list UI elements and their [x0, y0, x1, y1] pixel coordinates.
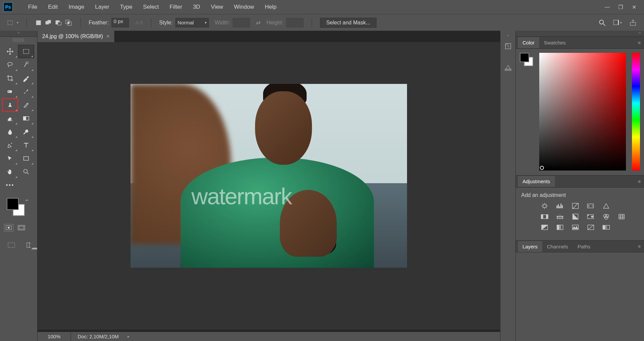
- hue-saturation-icon[interactable]: [540, 213, 549, 220]
- color-panel-swatch[interactable]: [520, 53, 533, 66]
- menu-edit[interactable]: Edit: [43, 1, 63, 13]
- subtract-selection-icon[interactable]: [55, 19, 62, 26]
- close-tab-icon[interactable]: ×: [106, 33, 109, 39]
- menu-filter[interactable]: Filter: [164, 1, 188, 13]
- properties-panel-icon[interactable]: [502, 60, 514, 75]
- intersect-selection-icon[interactable]: [65, 19, 72, 26]
- feather-label: Feather:: [89, 20, 109, 26]
- posterize-icon[interactable]: [555, 224, 565, 231]
- tab-adjustments[interactable]: Adjustments: [518, 176, 555, 187]
- new-selection-icon[interactable]: [35, 19, 42, 26]
- invert-icon[interactable]: [540, 224, 549, 231]
- selective-color-icon[interactable]: [586, 224, 595, 231]
- menu-image[interactable]: Image: [63, 1, 90, 13]
- gradient-map-icon[interactable]: [601, 224, 611, 231]
- share-icon[interactable]: [629, 18, 637, 27]
- canvas-viewport[interactable]: watermark: [37, 42, 500, 330]
- svg-rect-59: [557, 225, 559, 230]
- svg-rect-22: [23, 117, 26, 120]
- edit-toolbar[interactable]: •••: [2, 179, 18, 192]
- collapse-tools-icon[interactable]: ‹‹: [0, 31, 37, 37]
- color-field[interactable]: [539, 53, 626, 170]
- path-selection-tool[interactable]: [2, 152, 18, 165]
- panel-menu-icon[interactable]: ≡: [638, 179, 641, 184]
- hue-slider[interactable]: [632, 53, 640, 170]
- menu-view[interactable]: View: [206, 1, 229, 13]
- foreground-color[interactable]: [7, 198, 19, 210]
- color-panel: Color Swatches ≡: [516, 37, 644, 176]
- zoom-tool[interactable]: [18, 165, 34, 179]
- close-button[interactable]: ✕: [627, 2, 641, 12]
- minimize-button[interactable]: —: [600, 2, 614, 12]
- quick-mask-mode-icon[interactable]: [17, 224, 26, 231]
- history-brush-tool[interactable]: [18, 98, 34, 112]
- photo-filter-icon[interactable]: [586, 213, 595, 220]
- rectangular-marquee-tool[interactable]: [18, 45, 34, 58]
- lasso-tool[interactable]: [2, 58, 18, 72]
- crop-tool[interactable]: [2, 72, 18, 85]
- healing-brush-tool[interactable]: [2, 85, 18, 98]
- panel-grip[interactable]: [13, 38, 24, 42]
- swap-colors-icon[interactable]: ⤺: [25, 198, 29, 203]
- type-tool[interactable]: [18, 138, 34, 152]
- menu-help[interactable]: Help: [259, 1, 282, 13]
- menu-select[interactable]: Select: [138, 1, 164, 13]
- tool-preset-picker[interactable]: ▾: [7, 20, 18, 26]
- curves-icon[interactable]: [571, 202, 580, 210]
- menu-layer[interactable]: Layer: [90, 1, 115, 13]
- width-label: Width:: [215, 20, 230, 26]
- history-panel-icon[interactable]: [502, 39, 514, 53]
- tab-color[interactable]: Color: [518, 37, 539, 48]
- quick-selection-tool[interactable]: [18, 58, 34, 72]
- black-white-icon[interactable]: [571, 213, 580, 220]
- brush-tool[interactable]: [18, 85, 34, 98]
- tab-paths[interactable]: Paths: [573, 241, 595, 252]
- panel-menu-icon[interactable]: ≡: [638, 244, 641, 249]
- rectangle-tool[interactable]: [18, 152, 34, 165]
- levels-icon[interactable]: [555, 202, 565, 210]
- menu-3d[interactable]: 3D: [187, 1, 206, 13]
- blur-tool[interactable]: [2, 125, 18, 138]
- gradient-tool[interactable]: [18, 112, 34, 125]
- hand-tool[interactable]: [2, 165, 18, 179]
- feather-input[interactable]: 0 px: [111, 18, 129, 27]
- vibrance-icon[interactable]: [601, 202, 611, 210]
- menu-file[interactable]: File: [23, 1, 43, 13]
- document-info[interactable]: Doc: 2,10M/2,10M: [71, 334, 126, 339]
- tab-layers[interactable]: Layers: [518, 241, 542, 252]
- menu-type[interactable]: Type: [114, 1, 138, 13]
- add-selection-icon[interactable]: [45, 19, 52, 26]
- eraser-tool[interactable]: [2, 112, 18, 125]
- tab-channels[interactable]: Channels: [542, 241, 573, 252]
- document-tab[interactable]: 24.jpg @ 100% (RGB/8#) ×: [37, 31, 114, 42]
- svg-rect-31: [19, 226, 24, 229]
- color-balance-icon[interactable]: [555, 213, 565, 220]
- exposure-icon[interactable]: [586, 202, 595, 210]
- select-and-mask-button[interactable]: Select and Mask...: [320, 18, 377, 28]
- channel-mixer-icon[interactable]: [601, 213, 611, 220]
- panel-menu-icon[interactable]: ≡: [638, 40, 641, 45]
- menu-window[interactable]: Window: [229, 1, 259, 13]
- color-lookup-icon[interactable]: [617, 213, 626, 220]
- collapse-panels-icon[interactable]: ››: [516, 31, 644, 37]
- image-canvas[interactable]: watermark: [131, 84, 407, 268]
- tab-swatches[interactable]: Swatches: [539, 37, 570, 48]
- search-icon[interactable]: [598, 18, 607, 27]
- move-tool[interactable]: [2, 45, 18, 58]
- brightness-contrast-icon[interactable]: [540, 202, 549, 210]
- workspace-switcher[interactable]: ▾: [613, 18, 622, 27]
- dodge-tool[interactable]: [18, 125, 34, 138]
- foreground-background-swatch[interactable]: ⤺: [7, 198, 27, 218]
- screen-mode-icon[interactable]: [6, 241, 16, 249]
- info-flyout-icon[interactable]: ▸: [128, 334, 130, 339]
- expand-dock-icon[interactable]: ‹‹: [507, 33, 509, 39]
- pen-tool[interactable]: [2, 138, 18, 152]
- clone-stamp-tool[interactable]: [2, 98, 18, 112]
- change-screen-mode-icon[interactable]: [26, 241, 37, 249]
- eyedropper-tool[interactable]: [18, 72, 34, 85]
- threshold-icon[interactable]: [571, 224, 580, 231]
- style-select[interactable]: Normal▾: [175, 18, 209, 27]
- standard-mode-icon[interactable]: [4, 224, 13, 231]
- maximize-button[interactable]: ❐: [614, 2, 627, 12]
- zoom-level[interactable]: 100%: [37, 332, 71, 341]
